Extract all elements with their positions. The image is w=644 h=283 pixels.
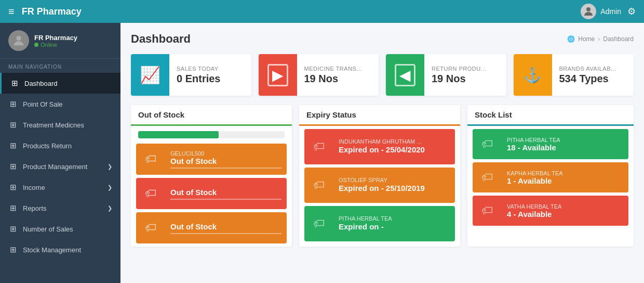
stat-card-medicine-trans[interactable]: ▶ MEDICINE TRANS... 19 Nos: [259, 54, 379, 96]
trending-up-icon: 📈: [140, 65, 160, 85]
sidebar-item-product-management[interactable]: ⊞ Product Management ❯: [0, 156, 120, 177]
pos-icon: ⊞: [8, 99, 18, 109]
expiry-item-1[interactable]: 🏷 OSTOLIEF SPRAY Expired on - 25/10/2019: [304, 168, 455, 203]
stat-card-brands[interactable]: ⚓ BRANDS AVAILAB... 534 Types: [514, 54, 634, 96]
anchor-icon: ⚓: [524, 67, 542, 84]
stock-item-2[interactable]: 🏷 Out of Stock: [136, 212, 287, 243]
expiry-tag-icon-1: 🏷: [304, 168, 333, 203]
stock-list-tag-icon-2: 🏷: [473, 196, 502, 226]
stock-icon: ⊞: [8, 245, 18, 254]
brand-title: FR Pharmacy: [22, 6, 82, 17]
stock-item-1[interactable]: 🏷 Out of Stock: [136, 178, 287, 209]
brands-value: 534 Types: [559, 73, 616, 85]
avatar: [581, 4, 596, 19]
stock-progress-fill: [138, 131, 219, 138]
svg-point-1: [16, 36, 21, 41]
play-icon: ▶: [267, 64, 288, 86]
sidebar-item-stock-management[interactable]: ⊞ Stock Management: [0, 239, 120, 260]
brands-label: BRANDS AVAILAB...: [559, 66, 616, 72]
sidebar-item-dashboard[interactable]: ⊞ Dashboard: [0, 73, 120, 94]
stock-list-item-0[interactable]: 🏷 PITHA HERBAL TEA 18 - Available: [473, 129, 628, 159]
admin-info: Admin: [581, 4, 621, 19]
sidebar-user: FR Pharmacy Online: [0, 23, 120, 59]
medicine-trans-icon-box: ▶: [259, 54, 297, 96]
dashboard-icon: ⊞: [10, 79, 19, 88]
return-produ-value: 19 Nos: [432, 73, 486, 85]
stock-tag-icon-1: 🏷: [136, 178, 165, 209]
stock-item-0[interactable]: 🏷 GELUCIL500 Out of Stock: [136, 144, 287, 175]
sales-today-label: SALES TODAY: [177, 66, 220, 72]
sidebar-nav-label: MAIN NAVIGATION: [0, 59, 120, 73]
sidebar-item-treatment-medicines[interactable]: ⊞ Treatment Medicnes: [0, 114, 120, 135]
stock-list-item-2[interactable]: 🏷 VATHA HERBAL TEA 4 - Available: [473, 196, 628, 226]
stock-list-tag-icon-0: 🏷: [473, 129, 502, 159]
breadcrumb: 🌐 Home › Dashboard: [567, 35, 634, 43]
sidebar-item-income[interactable]: ⊞ Income ❯: [0, 177, 120, 198]
navbar: ≡ FR Pharmacy Admin ⚙: [0, 0, 644, 23]
expiry-status-header: Expiry Status: [299, 105, 460, 126]
sidebar-item-products-return[interactable]: ⊞ Products Return: [0, 135, 120, 156]
panels-row: Out of Stock 🏷 GELUCIL500 Out of Stock 🏷: [131, 105, 634, 247]
sales-today-icon-box: 📈: [131, 54, 169, 96]
products-return-icon: ⊞: [8, 141, 18, 150]
expiry-item-0[interactable]: 🏷 INDUKANTHAM GHRUTHAM ... Expired on - …: [304, 129, 455, 164]
treatment-icon: ⊞: [8, 120, 18, 130]
sidebar: FR Pharmacy Online MAIN NAVIGATION ⊞ Das…: [0, 23, 120, 283]
stat-card-sales-today[interactable]: 📈 SALES TODAY 0 Entries: [131, 54, 251, 96]
page-header: Dashboard 🌐 Home › Dashboard: [131, 32, 634, 46]
sidebar-username: FR Pharmacy: [34, 34, 77, 42]
hamburger-icon[interactable]: ≡: [8, 6, 15, 18]
product-mgmt-icon: ⊞: [8, 162, 18, 171]
return-produ-icon-box: ◀: [386, 54, 424, 96]
home-icon: 🌐: [567, 35, 575, 43]
chevron-right-icon2: ❯: [108, 184, 112, 191]
expiry-tag-icon-0: 🏷: [304, 129, 333, 164]
sidebar-item-reports[interactable]: ⊞ Reports ❯: [0, 198, 120, 218]
stock-tag-icon-2: 🏷: [136, 212, 165, 243]
sales-icon: ⊞: [8, 224, 18, 234]
return-produ-label: RETURN PRODU...: [432, 66, 486, 72]
back-icon: ◀: [395, 64, 415, 86]
income-icon: ⊞: [8, 183, 18, 192]
out-of-stock-header: Out of Stock: [131, 105, 292, 126]
status-dot: [34, 43, 38, 47]
sidebar-avatar: [8, 30, 29, 51]
stock-tag-icon-0: 🏷: [136, 144, 165, 175]
stock-list-item-1[interactable]: 🏷 KAPHA HERBAL TEA 1 - Available: [473, 162, 628, 192]
chevron-right-icon: ❯: [108, 163, 112, 170]
out-of-stock-panel: Out of Stock 🏷 GELUCIL500 Out of Stock 🏷: [131, 105, 292, 247]
sidebar-item-point-of-sale[interactable]: ⊞ Point Of Sale: [0, 94, 120, 114]
page-title: Dashboard: [131, 32, 191, 46]
expiry-item-2[interactable]: 🏷 PITHA HERBAL TEA Expired on -: [304, 206, 455, 241]
chevron-right-icon3: ❯: [108, 205, 112, 212]
stock-progress-bar: [138, 131, 285, 138]
medicine-trans-value: 19 Nos: [304, 73, 363, 85]
stat-card-return-produ[interactable]: ◀ RETURN PRODU... 19 Nos: [386, 54, 506, 96]
expiry-status-panel: Expiry Status 🏷 INDUKANTHAM GHRUTHAM ...…: [299, 105, 460, 247]
brands-icon-box: ⚓: [514, 54, 552, 96]
sales-today-value: 0 Entries: [177, 73, 220, 85]
settings-icon[interactable]: ⚙: [627, 6, 636, 17]
stock-list-header: Stock List: [467, 105, 634, 126]
svg-point-0: [586, 7, 591, 11]
admin-label: Admin: [600, 7, 621, 16]
stock-list-tag-icon-1: 🏷: [473, 162, 502, 192]
expiry-tag-icon-2: 🏷: [304, 206, 333, 241]
main-content: Dashboard 🌐 Home › Dashboard 📈 SALES TOD…: [120, 23, 644, 283]
sidebar-status: Online: [34, 42, 77, 48]
stats-row: 📈 SALES TODAY 0 Entries ▶ MEDICINE TRANS…: [131, 54, 634, 96]
stock-list-panel: Stock List 🏷 PITHA HERBAL TEA 18 - Avail…: [467, 105, 634, 247]
reports-icon: ⊞: [8, 203, 18, 213]
sidebar-item-number-of-sales[interactable]: ⊞ Number of Sales: [0, 218, 120, 239]
medicine-trans-label: MEDICINE TRANS...: [304, 66, 363, 72]
